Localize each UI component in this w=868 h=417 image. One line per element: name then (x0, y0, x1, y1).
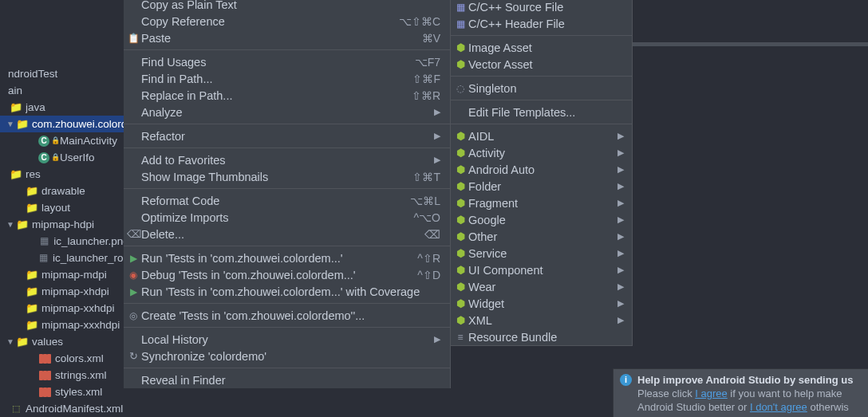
tree-row[interactable]: mipmap-mdpi (0, 266, 124, 283)
submenu-item[interactable]: Vector Asset (451, 56, 632, 73)
context-menu-label: Run 'Tests in 'com.zhouwei.colordem...' (141, 252, 417, 265)
submenu-item[interactable]: Google▶ (451, 211, 632, 228)
context-menu-item[interactable]: Synchronize 'colordemo' (124, 348, 450, 364)
submenu-item[interactable]: AIDL▶ (451, 128, 632, 144)
tree-row[interactable]: colors.xml (0, 350, 124, 367)
submenu-item[interactable]: Widget▶ (451, 295, 632, 312)
context-menu-item[interactable]: Copy Reference⌥⇧⌘C (124, 13, 450, 30)
submenu-item[interactable]: Resource Bundle (451, 328, 632, 345)
folder-icon (26, 202, 38, 214)
submenu-item[interactable]: Wear▶ (451, 278, 632, 295)
folder-icon (26, 302, 38, 315)
context-menu-item[interactable]: Find in Path...⇧⌘F (124, 70, 450, 87)
tree-row[interactable]: drawable (0, 183, 124, 199)
context-menu-label: Create 'Tests in 'com.zhouwei.colordemo'… (141, 309, 440, 322)
context-menu-item[interactable]: Refactor▶ (124, 128, 450, 144)
folder-icon (16, 118, 29, 131)
context-menu-item[interactable]: Local History▶ (124, 331, 450, 348)
submenu-label: UI Component (468, 264, 617, 277)
android-icon (454, 58, 467, 70)
submenu-item[interactable]: Edit File Templates... (451, 104, 632, 120)
tree-label: mipmap-hdpi (32, 216, 94, 233)
tree-row[interactable]: ic_launcher.png (0, 233, 124, 250)
android-icon (454, 314, 467, 326)
submenu-item[interactable]: Activity▶ (451, 144, 632, 161)
tree-row[interactable]: values (0, 333, 124, 350)
tree-label: ndroidTest (8, 65, 57, 82)
tree-row[interactable]: strings.xml (0, 367, 124, 384)
tree-row[interactable]: ndroidTest (0, 65, 124, 82)
tree-row[interactable]: layout (0, 199, 124, 216)
submenu-item[interactable]: Other▶ (451, 228, 632, 245)
submenu-arrow-icon: ▶ (617, 198, 624, 208)
context-menu-label: Reformat Code (141, 195, 410, 207)
submenu-arrow-icon: ▶ (617, 231, 624, 242)
tree-row[interactable]: com.zhouwei.colorde (0, 116, 124, 132)
class-icon (38, 136, 49, 147)
context-menu-item[interactable]: Add to Favorites▶ (124, 151, 450, 168)
submenu-item[interactable]: UI Component▶ (451, 262, 632, 278)
tree-row[interactable]: styles.xml (0, 384, 124, 400)
context-menu-item[interactable]: Show Image Thumbnails⇧⌘T (124, 168, 450, 185)
chevron-open-icon[interactable] (6, 116, 14, 132)
context-menu-item[interactable]: Replace in Path...⇧⌘R (124, 87, 450, 104)
tree-row[interactable] (0, 0, 124, 15)
tree-row[interactable]: ⬚AndroidManifest.xml (0, 400, 124, 417)
xml-file-icon (43, 387, 47, 397)
tree-row[interactable] (0, 32, 124, 49)
submenu-item[interactable]: C/C++ Source File (451, 0, 632, 15)
tree-row[interactable]: mipmap-xxxhdpi (0, 317, 124, 333)
notification-title: Help improve Android Studio by sending u… (637, 373, 862, 387)
context-menu-item[interactable]: Optimize Imports^⌥O (124, 209, 450, 226)
tree-label: layout (41, 199, 70, 216)
tree-label: drawable (41, 183, 85, 199)
menu-separator (124, 368, 450, 368)
notification-panel: i Help improve Android Studio by sending… (613, 368, 868, 417)
tree-row[interactable]: 🔒UserIfo (0, 149, 124, 166)
tree-row[interactable] (0, 15, 124, 32)
context-menu-item[interactable]: Reveal in Finder (124, 372, 450, 388)
i-agree-link[interactable]: I agree (695, 387, 727, 399)
tree-row[interactable]: mipmap-xxhdpi (0, 300, 124, 317)
tree-row[interactable] (0, 49, 124, 65)
context-menu-item[interactable]: Delete...⌫ (124, 226, 450, 242)
context-menu-item[interactable]: Analyze▶ (124, 104, 450, 120)
context-menu-item[interactable]: Copy as Plain Text (124, 0, 450, 13)
shortcut-label: ⇧⌘R (412, 89, 440, 102)
tree-row[interactable]: java (0, 99, 124, 116)
folder-icon (10, 101, 22, 114)
tree-row[interactable]: mipmap-xhdpi (0, 283, 124, 300)
context-menu-item[interactable]: Run 'Tests in 'com.zhouwei.colordem...' … (124, 283, 450, 300)
context-menu-item[interactable]: Create 'Tests in 'com.zhouwei.colordemo'… (124, 307, 450, 324)
chevron-open-icon[interactable] (6, 333, 14, 350)
submenu-item[interactable]: C/C++ Header File (451, 15, 632, 32)
chevron-open-icon[interactable] (6, 216, 14, 233)
submenu-item[interactable]: XML▶ (451, 312, 632, 328)
submenu-item[interactable]: Android Auto▶ (451, 161, 632, 178)
context-menu-item[interactable]: Reformat Code⌥⌘L (124, 192, 450, 209)
sync-icon (127, 350, 140, 362)
submenu-item[interactable]: Image Asset (451, 39, 632, 56)
context-menu-item[interactable]: Run 'Tests in 'com.zhouwei.colordem...'^… (124, 250, 450, 266)
menu-separator (451, 76, 632, 77)
info-icon: i (620, 374, 632, 386)
submenu-arrow-icon: ▶ (434, 334, 440, 344)
tree-row[interactable]: 🔒MainActivity (0, 132, 124, 149)
tree-row[interactable]: ain (0, 82, 124, 99)
tree-row[interactable]: ic_launcher_round (0, 250, 124, 266)
submenu-item[interactable]: Service▶ (451, 245, 632, 262)
submenu-item[interactable]: Fragment▶ (451, 195, 632, 211)
context-menu-item[interactable]: Find Usages⌥F7 (124, 53, 450, 70)
submenu-arrow-icon: ▶ (434, 155, 440, 165)
i-dont-agree-link[interactable]: I don't agree (750, 401, 807, 413)
submenu-item[interactable]: Singleton (451, 80, 632, 96)
tree-row[interactable]: mipmap-hdpi (0, 216, 124, 233)
submenu-label: Image Asset (468, 41, 624, 54)
context-menu-label: Debug 'Tests in 'com.zhouwei.colordem...… (141, 269, 417, 281)
android-icon (454, 147, 467, 159)
submenu-item[interactable]: Folder▶ (451, 178, 632, 195)
tree-row[interactable]: res (0, 166, 124, 183)
context-menu-item[interactable]: Paste⌘V (124, 30, 450, 46)
android-icon (454, 281, 467, 293)
context-menu-item[interactable]: Debug 'Tests in 'com.zhouwei.colordem...… (124, 266, 450, 283)
